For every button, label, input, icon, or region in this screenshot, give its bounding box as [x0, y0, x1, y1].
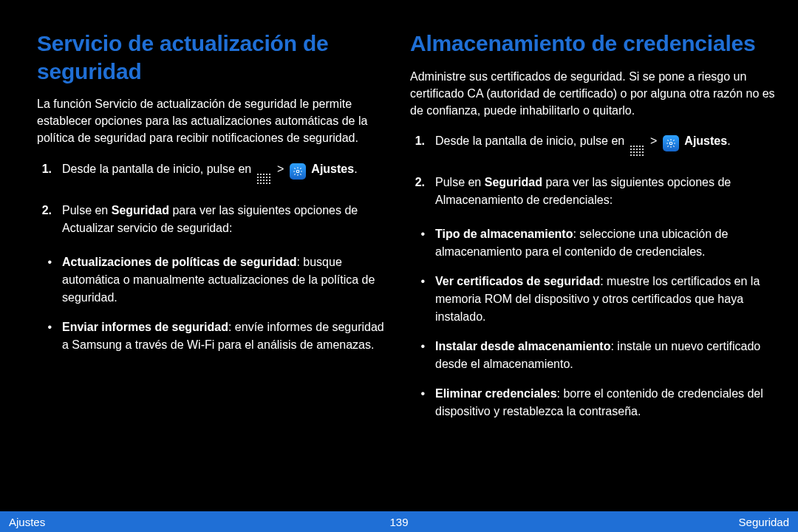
bullet-label: Instalar desde almacenamiento — [435, 340, 610, 352]
list-item: • Ver certificados de seguridad: muestre… — [410, 273, 780, 326]
bullet-label: Tipo de almacenamiento — [435, 228, 573, 240]
step-body: Pulse en Seguridad para ver las siguient… — [435, 174, 780, 209]
bullet-label: Eliminar credenciales — [435, 387, 557, 400]
step-bold: Ajustes — [311, 163, 354, 175]
footer-left: Ajustes — [9, 516, 45, 528]
settings-icon — [663, 135, 679, 151]
apps-icon — [630, 146, 645, 160]
left-section-title: Servicio de actualización de seguridad — [37, 30, 392, 85]
right-bullets: • Tipo de almacenamiento: seleccione una… — [410, 225, 780, 420]
step-bold: Seguridad — [485, 176, 542, 188]
bullet-dot: • — [37, 253, 52, 271]
left-intro: La función Servicio de actualización de … — [37, 95, 392, 147]
right-column: Almacenamiento de credenciales Administr… — [410, 30, 780, 420]
right-step-2: 2. Pulse en Seguridad para ver las sigui… — [410, 174, 780, 209]
step-number: 1. — [37, 160, 52, 178]
step-text: Desde la pantalla de inicio, pulse en — [62, 163, 255, 175]
bullet-dot: • — [410, 225, 425, 243]
left-step-2: 2. Pulse en Seguridad para ver las sigui… — [37, 202, 392, 237]
step-text: Desde la pantalla de inicio, pulse en — [435, 134, 628, 147]
manual-page: Servicio de actualización de seguridad L… — [0, 0, 798, 532]
step-body: Desde la pantalla de inicio, pulse en > … — [435, 132, 780, 160]
page-number: 139 — [389, 516, 408, 528]
bullet-label: Enviar informes de seguridad — [62, 321, 228, 333]
bullet-dot: • — [37, 318, 52, 336]
step-text: > — [650, 134, 661, 147]
footer-right: Seguridad — [739, 516, 789, 528]
list-item: • Actualizaciones de políticas de seguri… — [37, 253, 392, 307]
bullet-label: Ver certificados de seguridad — [435, 275, 600, 287]
step-bold: Ajustes — [684, 134, 727, 147]
settings-icon — [290, 163, 306, 180]
step-text: > — [277, 163, 287, 175]
bullet-body: Instalar desde almacenamiento: instale u… — [435, 338, 780, 373]
step-text: Pulse en — [62, 204, 112, 216]
left-bullets: • Actualizaciones de políticas de seguri… — [37, 253, 392, 354]
bullet-dot: • — [410, 338, 425, 355]
bullet-dot: • — [410, 385, 425, 403]
bullet-body: Actualizaciones de políticas de segurida… — [62, 253, 392, 307]
step-bold: Seguridad — [112, 204, 169, 216]
bullet-body: Eliminar credenciales: borre el contenid… — [435, 385, 780, 420]
bullet-dot: • — [410, 273, 425, 290]
bullet-body: Enviar informes de seguridad: envíe info… — [62, 318, 392, 354]
step-text: . — [727, 134, 730, 147]
list-item: • Enviar informes de seguridad: envíe in… — [37, 318, 392, 354]
svg-point-0 — [296, 170, 299, 173]
step-text: . — [354, 163, 357, 175]
step-body: Desde la pantalla de inicio, pulse en > … — [62, 160, 392, 188]
list-item: • Instalar desde almacenamiento: instale… — [410, 338, 780, 373]
apps-icon — [257, 174, 272, 188]
bullet-body: Tipo de almacenamiento: seleccione una u… — [435, 225, 780, 261]
page-footer: Ajustes 139 Seguridad — [0, 511, 798, 532]
list-item: • Eliminar credenciales: borre el conten… — [410, 385, 780, 420]
step-number: 2. — [410, 174, 425, 191]
list-item: • Tipo de almacenamiento: seleccione una… — [410, 225, 780, 261]
left-column: Servicio de actualización de seguridad L… — [37, 30, 392, 354]
right-section-title: Almacenamiento de credenciales — [410, 30, 780, 58]
svg-point-1 — [669, 142, 672, 145]
step-number: 1. — [410, 132, 425, 150]
bullet-body: Ver certificados de seguridad: muestre l… — [435, 273, 780, 326]
bullet-label: Actualizaciones de políticas de segurida… — [62, 256, 296, 268]
right-intro: Administre sus certificados de seguridad… — [410, 68, 780, 120]
step-text: Pulse en — [435, 176, 485, 188]
step-body: Pulse en Seguridad para ver las siguient… — [62, 202, 392, 237]
right-step-1: 1. Desde la pantalla de inicio, pulse en… — [410, 132, 780, 160]
left-step-1: 1. Desde la pantalla de inicio, pulse en… — [37, 160, 392, 188]
step-number: 2. — [37, 202, 52, 219]
